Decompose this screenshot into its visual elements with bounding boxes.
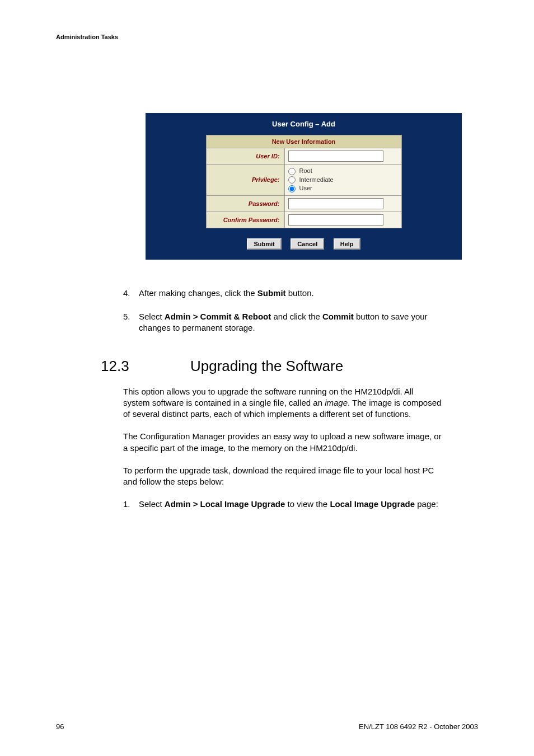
privilege-user-radio[interactable] bbox=[288, 185, 296, 192]
privilege-intermediate-label: Intermediate bbox=[299, 176, 334, 183]
page-header: Administration Tasks bbox=[56, 34, 478, 40]
step-5-prefix: Select bbox=[139, 312, 165, 321]
submit-button[interactable]: Submit bbox=[247, 238, 281, 250]
step-4: 4. After making changes, click the Submi… bbox=[123, 288, 442, 299]
step-4-suffix: button. bbox=[286, 288, 314, 298]
section-title: Upgrading the Software bbox=[190, 356, 343, 376]
step-4-bold: Submit bbox=[257, 288, 286, 298]
step-5-mid: and click the bbox=[271, 312, 322, 321]
confirm-password-label: Confirm Password: bbox=[206, 212, 284, 228]
step-5-number: 5. bbox=[123, 311, 139, 334]
button-row: Submit Cancel Help bbox=[146, 238, 462, 250]
user-config-screenshot: User Config – Add New User Information U… bbox=[146, 113, 478, 260]
step-4-prefix: After making changes, click the bbox=[139, 288, 257, 298]
step-5-bold1: Admin > Commit & Reboot bbox=[165, 312, 271, 321]
help-button[interactable]: Help bbox=[334, 238, 360, 250]
document-id: EN/LZT 108 6492 R2 - October 2003 bbox=[359, 722, 478, 731]
section-heading: 12.3 Upgrading the Software bbox=[101, 356, 442, 376]
step-5: 5. Select Admin > Commit & Reboot and cl… bbox=[123, 311, 442, 334]
password-label: Password: bbox=[206, 195, 284, 212]
section-step-1-number: 1. bbox=[123, 499, 139, 510]
page-number: 96 bbox=[56, 722, 64, 731]
section-p1: This option allows you to upgrade the so… bbox=[123, 386, 442, 420]
screenshot-title: User Config – Add bbox=[146, 120, 462, 128]
user-id-input[interactable] bbox=[288, 151, 383, 162]
user-id-label: User ID: bbox=[206, 148, 284, 165]
privilege-label: Privilege: bbox=[206, 165, 284, 196]
section-step-1-bold2: Local Image Upgrade bbox=[330, 499, 415, 509]
password-input[interactable] bbox=[288, 198, 383, 209]
section-step-1-bold1: Admin > Local Image Upgrade bbox=[165, 499, 285, 509]
section-step-1-suffix: page: bbox=[415, 499, 438, 509]
privilege-user-row[interactable]: User bbox=[288, 184, 398, 193]
privilege-root-radio[interactable] bbox=[288, 168, 296, 175]
section-step-1: 1. Select Admin > Local Image Upgrade to… bbox=[123, 499, 442, 510]
privilege-root-label: Root bbox=[299, 167, 312, 174]
privilege-root-row[interactable]: Root bbox=[288, 167, 398, 176]
confirm-password-input[interactable] bbox=[288, 214, 383, 226]
section-p2: The Configuration Manager provides an ea… bbox=[123, 431, 442, 454]
privilege-intermediate-radio[interactable] bbox=[288, 176, 296, 184]
section-p3: To perform the upgrade task, download th… bbox=[123, 465, 442, 488]
privilege-intermediate-row[interactable]: Intermediate bbox=[288, 176, 398, 185]
step-5-bold2: Commit bbox=[322, 312, 354, 321]
section-number: 12.3 bbox=[101, 356, 190, 376]
section-step-1-prefix: Select bbox=[139, 499, 165, 509]
new-user-form: New User Information User ID: Privilege:… bbox=[206, 135, 402, 228]
section-p1-italic: image bbox=[325, 398, 348, 407]
cancel-button[interactable]: Cancel bbox=[291, 238, 324, 250]
section-step-1-mid: to view the bbox=[285, 499, 330, 509]
privilege-user-label: User bbox=[299, 185, 312, 191]
page-footer: 96 EN/LZT 108 6492 R2 - October 2003 bbox=[56, 722, 478, 731]
step-4-number: 4. bbox=[123, 288, 139, 299]
form-header: New User Information bbox=[206, 135, 401, 148]
